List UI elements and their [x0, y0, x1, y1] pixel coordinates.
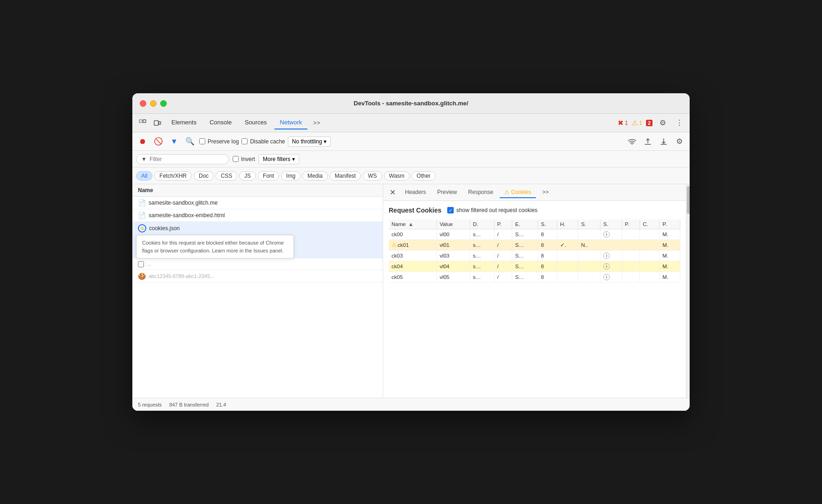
cookie-row-ck04[interactable]: ck04 vl04 s… / S… 8 i — [389, 261, 680, 272]
request-item-4-checkbox[interactable] — [138, 261, 144, 267]
error-count: 1 — [625, 120, 628, 126]
cookie-row-ck05[interactable]: ck05 vl05 s… / S… 8 i — [389, 272, 680, 283]
stop-recording-button[interactable]: ⏺ — [136, 135, 149, 148]
throttle-select[interactable]: No throttling ▾ — [288, 136, 331, 147]
ck05-p: / — [494, 272, 512, 283]
filter-chip-js[interactable]: JS — [239, 171, 256, 181]
col-p[interactable]: P. — [494, 220, 512, 229]
ck00-s3: i — [600, 229, 622, 240]
more-filters-button[interactable]: More filters ▾ — [259, 154, 299, 164]
col-value[interactable]: Value — [437, 220, 470, 229]
ck03-s2 — [578, 251, 600, 261]
disable-cache-checkbox[interactable] — [241, 138, 248, 144]
request-item-4[interactable]: ... — [132, 258, 383, 270]
upload-icon[interactable] — [641, 135, 654, 148]
col-c[interactable]: C. — [640, 220, 659, 229]
request-item-5[interactable]: 🍪 abc12345-6789-abc1-2345... — [132, 270, 383, 283]
devtools-panel: Elements Console Sources Network >> ✖ 1 … — [132, 114, 690, 411]
filter-chip-manifest[interactable]: Manifest — [330, 171, 361, 181]
cookies-title: Request Cookies — [389, 207, 442, 214]
tab-console[interactable]: Console — [204, 116, 237, 129]
ck04-h — [557, 261, 578, 272]
filter-chip-font[interactable]: Font — [258, 171, 279, 181]
ck00-s2 — [578, 229, 600, 240]
settings-icon[interactable]: ⚙ — [656, 116, 669, 129]
filter-chip-media[interactable]: Media — [302, 171, 328, 181]
invert-checkbox[interactable] — [233, 156, 239, 162]
tab-elements[interactable]: Elements — [166, 116, 202, 129]
tab-cookies[interactable]: ⚠ Cookies — [500, 187, 536, 198]
cookie-row-ck01[interactable]: ⚠ck01 vl01 s… / S… 8 ✓. N.. — [389, 240, 680, 251]
col-name[interactable]: Name ▲ — [389, 220, 437, 229]
close-detail-button[interactable]: ✕ — [387, 188, 398, 197]
info-icon-ck05[interactable]: i — [603, 274, 610, 280]
filter-chip-all[interactable]: All — [136, 171, 152, 181]
col-s[interactable]: S. — [538, 220, 557, 229]
filter-chip-ws[interactable]: WS — [363, 171, 382, 181]
info-icon-ck00[interactable]: i — [603, 231, 610, 238]
search-button[interactable]: 🔍 — [183, 135, 196, 148]
ck04-s2 — [578, 261, 600, 272]
filter-chip-other[interactable]: Other — [411, 171, 436, 181]
cookie-row-ck03[interactable]: ck03 vl03 s… / S… 8 i — [389, 251, 680, 261]
col-s2[interactable]: S. — [578, 220, 600, 229]
ck03-value: vl03 — [437, 251, 470, 261]
col-h[interactable]: H. — [557, 220, 578, 229]
tab-more-button[interactable]: >> — [309, 117, 324, 128]
preserve-log-checkbox[interactable] — [199, 138, 205, 144]
more-options-icon[interactable]: ⋮ — [673, 116, 686, 129]
ck04-value: vl04 — [437, 261, 470, 272]
col-d[interactable]: D. — [470, 220, 494, 229]
info-icon-ck03[interactable]: i — [603, 252, 610, 259]
devtools-window: DevTools - samesite-sandbox.glitch.me/ E… — [132, 93, 690, 411]
close-window-button[interactable] — [140, 100, 146, 107]
error-badge: ✖ 1 — [618, 119, 628, 127]
filter-toggle-button[interactable]: ▼ — [168, 135, 181, 148]
request-item-1[interactable]: 📄 samesite-sandbox.glitch.me — [132, 197, 383, 209]
info-icon-ck04[interactable]: i — [603, 263, 610, 270]
request-item-3[interactable]: ⚠ cookies.json — [132, 222, 383, 235]
disable-cache-label[interactable]: Disable cache — [241, 138, 285, 145]
cookies-header: Request Cookies ✓ show filtered out requ… — [389, 207, 680, 214]
ck03-name: ck03 — [389, 251, 437, 261]
network-settings-icon[interactable]: ⚙ — [673, 135, 686, 148]
filter-chip-css[interactable]: CSS — [215, 171, 237, 181]
tab-detail-more[interactable]: >> — [538, 187, 554, 198]
col-p3[interactable]: P. — [659, 220, 680, 229]
wifi-icon[interactable] — [626, 135, 639, 148]
tab-network[interactable]: Network — [274, 116, 308, 129]
cookie-row-ck00[interactable]: ck00 vl00 s… / S… 8 i — [389, 229, 680, 240]
ck03-p3: M. — [659, 251, 680, 261]
filter-chip-fetch/xhr[interactable]: Fetch/XHR — [154, 171, 192, 181]
svg-rect-3 — [159, 122, 161, 124]
show-filtered-label[interactable]: ✓ show filtered out request cookies — [447, 207, 538, 213]
maximize-window-button[interactable] — [160, 100, 167, 107]
ck04-d: s… — [470, 261, 494, 272]
request-item-2[interactable]: 📄 samesite-sandbox-embed.html — [132, 209, 383, 222]
ck04-s: 8 — [538, 261, 557, 272]
show-filtered-checkbox[interactable]: ✓ — [447, 207, 454, 213]
preserve-log-label[interactable]: Preserve log — [199, 138, 239, 145]
filter-chip-wasm[interactable]: Wasm — [384, 171, 410, 181]
filter-input[interactable] — [150, 156, 215, 162]
device-icon[interactable] — [151, 116, 164, 129]
doc-icon-2: 📄 — [138, 212, 146, 219]
col-e[interactable]: E. — [512, 220, 538, 229]
warning-icon: ⚠ — [632, 119, 638, 127]
clear-button[interactable]: 🚫 — [152, 135, 165, 148]
download-icon[interactable] — [657, 135, 670, 148]
tab-response[interactable]: Response — [463, 187, 498, 198]
tab-preview[interactable]: Preview — [432, 187, 462, 198]
tab-sources[interactable]: Sources — [239, 116, 273, 129]
col-s3[interactable]: S. — [600, 220, 622, 229]
filter-chip-img[interactable]: Img — [281, 171, 300, 181]
invert-label[interactable]: Invert — [233, 156, 255, 162]
ck00-value: vl00 — [437, 229, 470, 240]
filter-chip-doc[interactable]: Doc — [194, 171, 214, 181]
right-scrollbar[interactable] — [686, 184, 690, 398]
ck05-s3: i — [600, 272, 622, 283]
minimize-window-button[interactable] — [150, 100, 157, 107]
inspect-icon[interactable] — [136, 116, 149, 129]
tab-headers[interactable]: Headers — [400, 187, 431, 198]
col-p2[interactable]: P. — [622, 220, 640, 229]
